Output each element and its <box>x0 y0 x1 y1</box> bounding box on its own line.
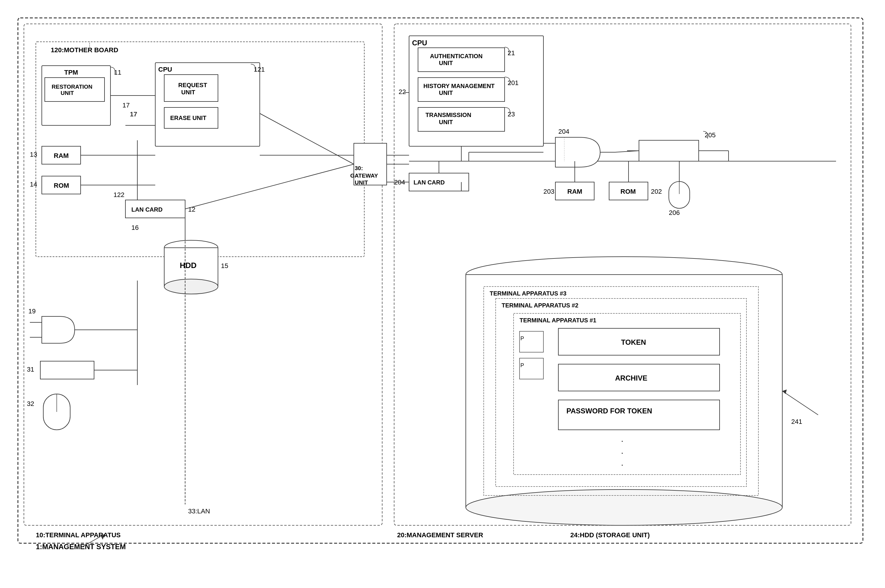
svg-text:24:HDD (STORAGE UNIT): 24:HDD (STORAGE UNIT) <box>570 531 650 539</box>
svg-text:12: 12 <box>188 206 195 213</box>
svg-rect-2 <box>394 24 851 525</box>
svg-text:CPU: CPU <box>158 66 172 73</box>
svg-text:11: 11 <box>114 69 121 76</box>
svg-line-144 <box>260 113 354 164</box>
svg-rect-110 <box>466 274 782 507</box>
svg-rect-93 <box>639 140 699 161</box>
svg-rect-49 <box>40 361 94 379</box>
svg-rect-0 <box>18 18 863 543</box>
svg-text:ROM: ROM <box>621 188 636 195</box>
svg-text:LAN CARD: LAN CARD <box>413 179 445 186</box>
svg-text:AUTHENTICATION: AUTHENTICATION <box>430 53 482 59</box>
svg-text:15: 15 <box>221 262 228 270</box>
svg-marker-131 <box>782 390 787 394</box>
svg-text:TERMINAL APPARATUS #3: TERMINAL APPARATUS #3 <box>490 290 566 297</box>
svg-line-151 <box>615 151 639 152</box>
svg-text:UNIT: UNIT <box>355 179 368 186</box>
svg-text:UNIT: UNIT <box>439 119 453 125</box>
svg-text:TERMINAL APPARATUS #1: TERMINAL APPARATUS #1 <box>520 317 596 324</box>
svg-text:PASSWORD FOR TOKEN: PASSWORD FOR TOKEN <box>566 407 652 415</box>
svg-rect-10 <box>164 108 218 128</box>
svg-rect-122 <box>520 358 544 379</box>
svg-rect-52 <box>43 394 70 430</box>
svg-marker-140 <box>101 534 105 540</box>
svg-text:203: 203 <box>544 188 554 195</box>
svg-text:206: 206 <box>669 209 680 216</box>
svg-text:32: 32 <box>27 400 34 407</box>
svg-line-139 <box>81 534 105 548</box>
svg-text:205: 205 <box>705 131 716 139</box>
svg-rect-114 <box>484 286 759 495</box>
svg-text:202: 202 <box>651 188 662 195</box>
svg-text:13: 13 <box>30 151 37 158</box>
svg-rect-25 <box>42 176 81 194</box>
svg-text:120:MOTHER BOARD: 120:MOTHER BOARD <box>51 46 118 54</box>
svg-rect-3 <box>36 42 364 257</box>
svg-text:GATEWAY: GATEWAY <box>350 172 378 179</box>
svg-text:RAM: RAM <box>567 188 582 195</box>
svg-text:ERASE UNIT: ERASE UNIT <box>170 115 206 121</box>
svg-text:19: 19 <box>29 308 36 315</box>
svg-point-111 <box>466 489 782 525</box>
svg-text:23: 23 <box>508 110 515 118</box>
svg-text:241: 241 <box>791 418 802 425</box>
svg-text:UNIT: UNIT <box>439 90 453 96</box>
svg-text:TERMINAL APPARATUS #2: TERMINAL APPARATUS #2 <box>502 302 578 309</box>
svg-rect-21 <box>42 146 81 164</box>
svg-text:31: 31 <box>27 366 34 373</box>
connectors-svg: CPU 121 REQUEST UNIT ERASE UNIT TPM 11 R… <box>12 12 872 573</box>
svg-rect-15 <box>45 78 105 102</box>
svg-text:20:MANAGEMENT SERVER: 20:MANAGEMENT SERVER <box>397 531 483 539</box>
svg-rect-63 <box>409 36 544 146</box>
svg-rect-38 <box>164 248 218 286</box>
svg-text:CPU: CPU <box>412 39 427 47</box>
svg-rect-126 <box>558 364 720 391</box>
svg-text:P: P <box>520 362 524 368</box>
svg-text:RESTORATION: RESTORATION <box>52 84 93 90</box>
svg-text:122: 122 <box>113 191 125 198</box>
svg-rect-118 <box>514 314 741 475</box>
diagram-container: CPU 121 REQUEST UNIT ERASE UNIT TPM 11 R… <box>12 12 872 573</box>
svg-point-109 <box>466 257 782 292</box>
svg-text:REQUEST: REQUEST <box>178 82 207 88</box>
svg-text:16: 16 <box>131 224 138 231</box>
svg-text:121: 121 <box>254 66 265 73</box>
svg-text:LAN CARD: LAN CARD <box>131 206 162 213</box>
svg-text:.: . <box>621 446 624 456</box>
svg-text:10:TERMINAL APPARATUS: 10:TERMINAL APPARATUS <box>36 531 121 539</box>
svg-rect-32 <box>125 200 185 218</box>
svg-text:1:MANAGEMENT SYSTEM: 1:MANAGEMENT SYSTEM <box>36 543 126 551</box>
svg-text:.: . <box>621 458 624 467</box>
svg-rect-101 <box>609 182 648 200</box>
svg-text:ARCHIVE: ARCHIVE <box>615 374 647 382</box>
svg-text:UNIT: UNIT <box>181 89 195 96</box>
svg-text:HDD: HDD <box>180 261 197 270</box>
svg-rect-97 <box>555 182 594 200</box>
svg-rect-1 <box>24 24 382 525</box>
svg-rect-7 <box>164 75 218 102</box>
svg-text:ROM: ROM <box>54 182 69 189</box>
svg-text:14: 14 <box>30 181 37 188</box>
svg-text:RAM: RAM <box>54 152 69 159</box>
svg-text:33:LAN: 33:LAN <box>188 507 210 515</box>
svg-rect-65 <box>418 48 505 72</box>
svg-line-130 <box>782 391 818 415</box>
svg-text:21: 21 <box>508 49 515 57</box>
svg-rect-55 <box>354 143 387 185</box>
svg-text:17: 17 <box>122 102 129 109</box>
svg-rect-81 <box>409 173 469 191</box>
label-num-17: 17 <box>130 110 137 118</box>
svg-rect-69 <box>418 78 505 102</box>
svg-rect-105 <box>669 182 690 208</box>
svg-point-39 <box>164 279 218 294</box>
svg-text:204: 204 <box>558 128 569 135</box>
svg-text:201: 201 <box>508 79 518 87</box>
svg-text:204: 204 <box>394 178 405 186</box>
svg-text:UNIT: UNIT <box>61 90 74 96</box>
svg-rect-128 <box>558 400 720 430</box>
svg-rect-116 <box>496 298 747 486</box>
svg-rect-124 <box>558 328 720 355</box>
svg-text:TOKEN: TOKEN <box>621 338 646 346</box>
svg-text:22: 22 <box>399 88 406 96</box>
svg-text:TPM: TPM <box>64 69 78 76</box>
